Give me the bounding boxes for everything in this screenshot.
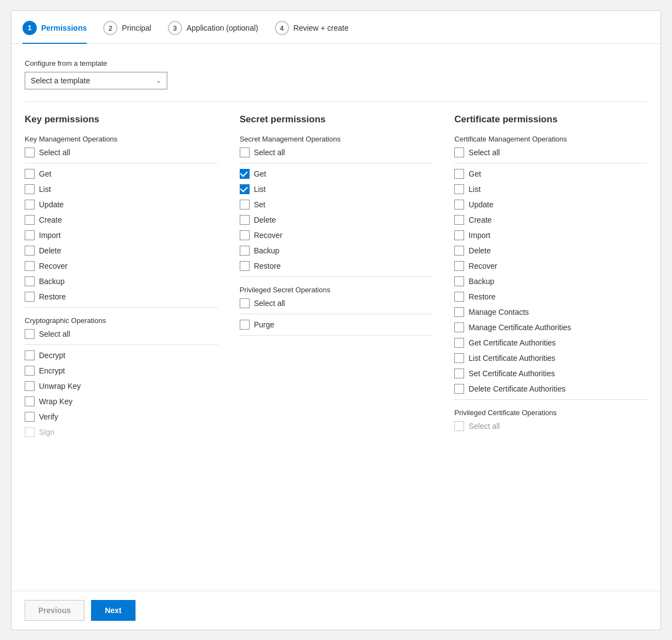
- cert-create-checkbox[interactable]: [454, 215, 464, 225]
- crypto-decrypt-checkbox[interactable]: [25, 350, 35, 360]
- cert-select-all-checkbox[interactable]: [454, 148, 464, 157]
- cert-delete-cas-label[interactable]: Delete Certificate Authorities: [468, 384, 566, 393]
- crypto-verify-label[interactable]: Verify: [39, 412, 58, 421]
- key-select-all-checkbox[interactable]: [25, 148, 35, 157]
- cert-get-label[interactable]: Get: [468, 169, 481, 178]
- step-principal[interactable]: 2 Principal: [103, 21, 151, 43]
- crypto-sign-label[interactable]: Sign: [39, 428, 54, 437]
- crypto-sign-checkbox[interactable]: [25, 427, 35, 437]
- key-delete-label[interactable]: Delete: [39, 246, 61, 255]
- key-mgmt-divider: [25, 307, 218, 308]
- cert-manage-cas-checkbox[interactable]: [454, 322, 464, 332]
- secret-recover-label[interactable]: Recover: [254, 231, 283, 240]
- secret-set-checkbox[interactable]: [240, 200, 250, 209]
- crypto-unwrap-checkbox[interactable]: [25, 381, 35, 391]
- cert-list-cas-label[interactable]: List Certificate Authorities: [468, 354, 555, 363]
- secret-get-checkbox[interactable]: [240, 169, 250, 179]
- crypto-verify-checkbox[interactable]: [25, 412, 35, 422]
- key-get-checkbox[interactable]: [25, 169, 35, 179]
- cert-manage-contacts-checkbox[interactable]: [454, 307, 464, 317]
- priv-secret-select-all-label[interactable]: Select all: [254, 299, 285, 308]
- priv-cert-select-all-checkbox[interactable]: [454, 421, 464, 431]
- priv-cert-ops-label: Privileged Certificate Operations: [454, 409, 647, 417]
- cert-list-checkbox[interactable]: [454, 184, 464, 194]
- key-restore-checkbox[interactable]: [25, 292, 35, 302]
- key-list-label[interactable]: List: [39, 185, 51, 194]
- key-select-all-label[interactable]: Select all: [39, 148, 70, 157]
- template-dropdown[interactable]: Select a template ⌄: [25, 72, 167, 89]
- cert-delete-cas-checkbox[interactable]: [454, 384, 464, 394]
- cert-manage-cas-label[interactable]: Manage Certificate Authorities: [468, 323, 571, 332]
- crypto-unwrap-label[interactable]: Unwrap Key: [39, 382, 81, 390]
- cert-manage-contacts-label[interactable]: Manage Contacts: [468, 308, 529, 316]
- key-create-label[interactable]: Create: [39, 216, 62, 224]
- key-list-checkbox[interactable]: [25, 184, 35, 194]
- cert-recover-label[interactable]: Recover: [468, 262, 497, 270]
- crypto-select-all-checkbox[interactable]: [25, 329, 35, 339]
- key-delete-checkbox[interactable]: [25, 246, 35, 256]
- cert-restore-label[interactable]: Restore: [468, 292, 495, 301]
- cert-backup-checkbox[interactable]: [454, 276, 464, 286]
- cert-delete-checkbox[interactable]: [454, 246, 464, 256]
- secret-backup-label[interactable]: Backup: [254, 246, 280, 255]
- crypto-encrypt-label[interactable]: Encrypt: [39, 366, 65, 375]
- key-recover-checkbox[interactable]: [25, 261, 35, 271]
- cert-select-all-label[interactable]: Select all: [468, 148, 500, 157]
- priv-cert-select-all-label[interactable]: Select all: [468, 422, 500, 431]
- step-review[interactable]: 4 Review + create: [275, 21, 349, 43]
- cert-get-cas-checkbox[interactable]: [454, 338, 464, 348]
- crypto-decrypt-label[interactable]: Decrypt: [39, 351, 65, 360]
- key-get-label[interactable]: Get: [39, 169, 52, 178]
- secret-recover-checkbox[interactable]: [240, 230, 250, 240]
- key-import-checkbox[interactable]: [25, 230, 35, 240]
- priv-secret-select-all-checkbox[interactable]: [240, 298, 250, 308]
- secret-purge-checkbox[interactable]: [240, 320, 250, 330]
- cert-list-label[interactable]: List: [468, 185, 481, 194]
- secret-list-checkbox[interactable]: [240, 184, 250, 194]
- secret-restore-checkbox[interactable]: [240, 261, 250, 271]
- step-permissions[interactable]: 1 Permissions: [22, 21, 87, 44]
- cert-recover-checkbox[interactable]: [454, 261, 464, 271]
- cert-update-checkbox[interactable]: [454, 200, 464, 209]
- priv-cert-select-all-item: Select all: [454, 421, 647, 431]
- step-application[interactable]: 3 Application (optional): [168, 21, 258, 43]
- key-restore-label[interactable]: Restore: [39, 292, 66, 301]
- key-recover-label[interactable]: Recover: [39, 262, 67, 270]
- key-create-checkbox[interactable]: [25, 215, 35, 225]
- secret-list-label[interactable]: List: [254, 185, 266, 194]
- cert-get-cas-label[interactable]: Get Certificate Authorities: [468, 338, 556, 347]
- key-update-checkbox[interactable]: [25, 200, 35, 209]
- cert-create-label[interactable]: Create: [468, 216, 492, 224]
- key-update-label[interactable]: Update: [39, 200, 64, 209]
- secret-purge-label[interactable]: Purge: [254, 320, 274, 329]
- key-backup-label[interactable]: Backup: [39, 277, 65, 286]
- cert-restore-checkbox[interactable]: [454, 292, 464, 302]
- previous-button[interactable]: Previous: [25, 600, 84, 621]
- secret-set-label[interactable]: Set: [254, 200, 266, 209]
- cert-update-label[interactable]: Update: [468, 200, 493, 209]
- secret-delete-label[interactable]: Delete: [254, 216, 276, 224]
- cert-get-checkbox[interactable]: [454, 169, 464, 179]
- cert-delete-label[interactable]: Delete: [468, 246, 490, 255]
- cert-import-label[interactable]: Import: [468, 231, 490, 240]
- secret-get-label[interactable]: Get: [254, 169, 267, 178]
- cert-get-item: Get: [454, 169, 647, 179]
- cert-set-cas-label[interactable]: Set Certificate Authorities: [468, 369, 555, 378]
- secret-select-all-checkbox[interactable]: [240, 148, 250, 157]
- secret-delete-checkbox[interactable]: [240, 215, 250, 225]
- cert-backup-label[interactable]: Backup: [468, 277, 494, 286]
- next-button[interactable]: Next: [91, 600, 135, 621]
- crypto-encrypt-checkbox[interactable]: [25, 366, 35, 376]
- crypto-wrap-checkbox[interactable]: [25, 397, 35, 406]
- cert-list-cas-checkbox[interactable]: [454, 353, 464, 363]
- cert-set-cas-checkbox[interactable]: [454, 369, 464, 378]
- crypto-select-all-label[interactable]: Select all: [39, 330, 70, 338]
- cert-import-checkbox[interactable]: [454, 230, 464, 240]
- crypto-wrap-label[interactable]: Wrap Key: [39, 397, 72, 406]
- key-get-item: Get: [25, 169, 218, 179]
- key-backup-checkbox[interactable]: [25, 276, 35, 286]
- secret-restore-label[interactable]: Restore: [254, 262, 281, 270]
- secret-select-all-label[interactable]: Select all: [254, 148, 285, 157]
- secret-backup-checkbox[interactable]: [240, 246, 250, 256]
- key-import-label[interactable]: Import: [39, 231, 61, 240]
